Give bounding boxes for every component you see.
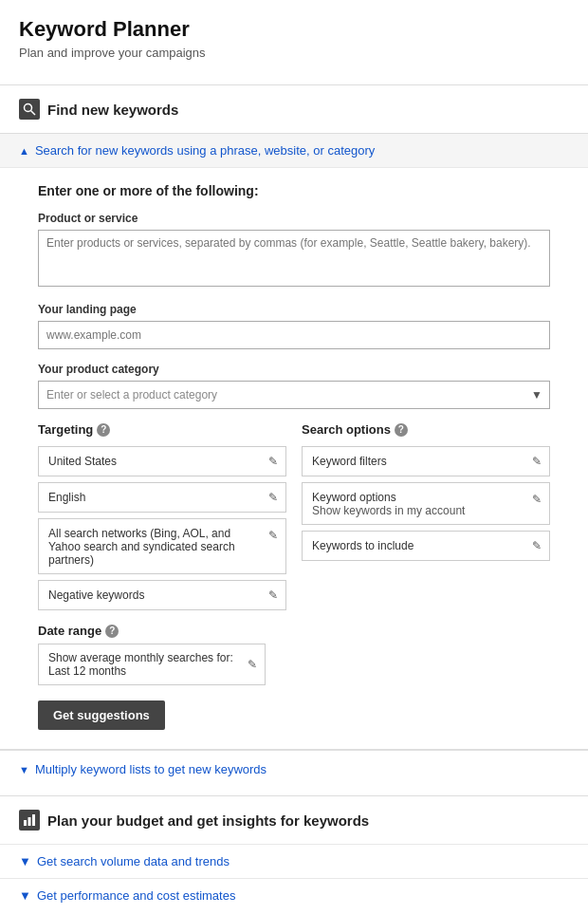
plan-budget-header: Plan your budget and get insights for ke… — [0, 796, 588, 844]
plan-budget-title: Plan your budget and get insights for ke… — [47, 812, 369, 829]
search-option-filters[interactable]: Keyword filters ✎ — [302, 446, 550, 476]
landing-page-input[interactable] — [38, 321, 550, 349]
date-range-help-icon[interactable]: ? — [105, 625, 119, 638]
expand-panel-header[interactable]: ▲ Search for new keywords using a phrase… — [0, 134, 588, 167]
find-keywords-section: Find new keywords ▲ Search for new keywo… — [0, 84, 588, 788]
targeting-item-country[interactable]: United States ✎ — [38, 446, 286, 476]
targeting-label: Targeting ? — [38, 422, 286, 437]
product-category-label: Your product category — [38, 363, 550, 376]
search-volume-link[interactable]: ▼ Get search volume data and trends — [0, 844, 588, 878]
svg-point-0 — [25, 104, 32, 112]
edit-country-icon[interactable]: ✎ — [268, 455, 278, 468]
expand-panel-label: Search for new keywords using a phrase, … — [35, 143, 375, 158]
svg-line-1 — [31, 111, 36, 116]
search-icon — [19, 99, 40, 120]
svg-rect-4 — [32, 814, 35, 826]
performance-cost-label: Get performance and cost estimates — [37, 888, 236, 903]
page-header: Keyword Planner Plan and improve your ca… — [0, 0, 588, 69]
targeting-item-negative[interactable]: Negative keywords ✎ — [38, 580, 286, 610]
landing-page-group: Your landing page — [38, 303, 550, 349]
multiply-keywords-label: Multiply keyword lists to get new keywor… — [35, 762, 266, 776]
form-intro: Enter one or more of the following: — [38, 183, 550, 198]
date-range-label: Date range ? — [38, 624, 550, 638]
product-service-group: Product or service — [38, 212, 550, 289]
product-category-select[interactable]: Enter or select a product category — [38, 381, 550, 409]
get-suggestions-button[interactable]: Get suggestions — [38, 700, 165, 730]
product-service-input[interactable] — [38, 230, 550, 287]
targeting-help-icon[interactable]: ? — [97, 423, 110, 437]
multiply-keywords-link[interactable]: ▼ Multiply keyword lists to get new keyw… — [0, 750, 588, 788]
multiply-chevron-icon: ▼ — [19, 764, 29, 775]
edit-language-icon[interactable]: ✎ — [268, 491, 278, 504]
performance-chevron-icon: ▼ — [19, 888, 31, 903]
edit-include-icon[interactable]: ✎ — [532, 539, 542, 552]
edit-date-range-icon[interactable]: ✎ — [248, 658, 257, 671]
page-subtitle: Plan and improve your campaigns — [19, 46, 569, 60]
svg-rect-3 — [28, 817, 31, 826]
product-category-group: Your product category Enter or select a … — [38, 363, 550, 409]
search-option-options[interactable]: Keyword options Show keywords in my acco… — [302, 482, 550, 525]
targeting-search-grid: Targeting ? United States ✎ English ✎ Al… — [38, 422, 550, 610]
performance-cost-link[interactable]: ▼ Get performance and cost estimates — [0, 878, 588, 912]
targeting-column: Targeting ? United States ✎ English ✎ Al… — [38, 422, 286, 610]
search-option-include[interactable]: Keywords to include ✎ — [302, 531, 550, 561]
targeting-item-language[interactable]: English ✎ — [38, 482, 286, 513]
plan-budget-section: Plan your budget and get insights for ke… — [0, 795, 588, 912]
product-category-select-wrapper: Enter or select a product category ▼ — [38, 381, 550, 409]
svg-rect-2 — [24, 820, 27, 826]
edit-options-icon[interactable]: ✎ — [532, 493, 542, 506]
date-range-item[interactable]: Show average monthly searches for: Last … — [38, 644, 266, 685]
bar-chart-icon — [19, 810, 40, 831]
search-options-help-icon[interactable]: ? — [395, 423, 408, 437]
date-range-section: Date range ? Show average monthly search… — [38, 624, 550, 685]
search-volume-label: Get search volume data and trends — [37, 854, 230, 868]
edit-networks-icon[interactable]: ✎ — [268, 529, 278, 542]
expand-chevron-icon: ▲ — [19, 145, 29, 157]
edit-filters-icon[interactable]: ✎ — [532, 455, 542, 468]
expand-panel-content: Enter one or more of the following: Prod… — [0, 167, 588, 749]
find-keywords-title: Find new keywords — [47, 102, 178, 118]
landing-page-label: Your landing page — [38, 303, 550, 316]
product-service-label: Product or service — [38, 212, 550, 225]
page-title: Keyword Planner — [19, 17, 569, 42]
expand-panel: ▲ Search for new keywords using a phrase… — [0, 133, 588, 750]
find-keywords-header: Find new keywords — [0, 85, 588, 133]
search-options-label: Search options ? — [302, 422, 550, 437]
search-volume-chevron-icon: ▼ — [19, 854, 31, 868]
edit-negative-icon[interactable]: ✎ — [268, 588, 278, 602]
search-options-column: Search options ? Keyword filters ✎ Keywo… — [302, 422, 550, 610]
targeting-item-networks[interactable]: All search networks (Bing, AOL, and Yaho… — [38, 518, 286, 574]
